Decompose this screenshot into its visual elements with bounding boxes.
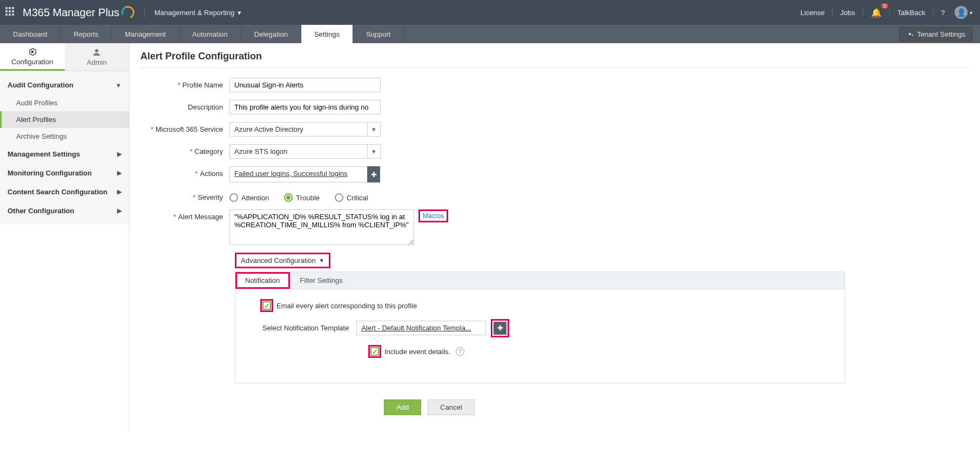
macros-link[interactable]: Macros: [418, 209, 448, 222]
category-value: Azure STS logon: [230, 145, 367, 158]
add-button[interactable]: Add: [384, 399, 421, 415]
add-template-button[interactable]: ✚: [494, 322, 506, 335]
label-category: *Category: [140, 144, 229, 155]
sideitem-audit-profiles[interactable]: Audit Profiles: [0, 94, 129, 111]
radio-icon: [229, 193, 238, 202]
severity-trouble-radio[interactable]: Trouble: [284, 193, 320, 202]
user-menu[interactable]: 👤 ▾: [952, 5, 975, 20]
sidegroup-label: Content Search Configuration: [8, 188, 107, 196]
chevron-right-icon: ▶: [117, 151, 121, 158]
module-name: Management & Reporting: [154, 9, 234, 17]
notifications-button[interactable]: 🔔 3: [869, 6, 884, 19]
chevron-down-icon: ▼: [319, 258, 325, 263]
tab-management[interactable]: Management: [112, 25, 179, 43]
subtab-label: Admin: [87, 58, 107, 66]
row-category: *Category Azure STS logon ▾: [140, 144, 969, 159]
chevron-down-icon[interactable]: ▾: [367, 145, 380, 158]
tab-delegation[interactable]: Delegation: [241, 25, 301, 43]
help-icon[interactable]: ?: [456, 347, 464, 356]
notification-template-select[interactable]: Alert - Default Notification Templa...: [356, 321, 486, 335]
description-input[interactable]: [229, 100, 381, 114]
gear-icon: [906, 30, 914, 38]
sidegroup-label: Monitoring Configuration: [8, 169, 92, 177]
user-icon: [92, 48, 102, 57]
help-button[interactable]: ?: [939, 8, 947, 18]
sidegroup-label: Management Settings: [8, 150, 80, 158]
chevron-down-icon: ▾: [970, 10, 972, 16]
advanced-tabs: Notification Filter Settings: [235, 272, 845, 289]
service-select[interactable]: Azure Active Directory ▾: [229, 122, 381, 137]
tab-settings[interactable]: Settings: [301, 25, 353, 43]
actions-selected[interactable]: Failed user logins, Successful logins: [229, 166, 368, 182]
side-menu: Audit Configuration ▼ Audit Profiles Ale…: [0, 71, 129, 225]
settings-subtabs: Configuration Admin: [0, 43, 129, 71]
chevron-down-icon: ▼: [116, 82, 121, 89]
divider: [144, 6, 145, 18]
divider: [889, 8, 890, 17]
page-title: Alert Profile Configuration: [140, 51, 969, 68]
email-every-checkbox[interactable]: [262, 301, 271, 310]
tab-dashboard[interactable]: Dashboard: [0, 25, 61, 43]
subtab-label: Configuration: [11, 58, 53, 66]
chevron-right-icon: ▶: [117, 170, 121, 177]
sidegroup-management-settings[interactable]: Management Settings ▶: [0, 145, 129, 164]
svg-point-1: [95, 49, 98, 52]
email-every-label: Email every alert corresponding to this …: [276, 302, 417, 310]
topbar: M365 Manager Plus Management & Reporting…: [0, 0, 980, 25]
severity-critical-radio[interactable]: Critical: [335, 193, 368, 202]
row-email-every: Email every alert corresponding to this …: [262, 301, 828, 310]
label-description: Description: [140, 100, 229, 111]
user-icon: 👤: [955, 6, 968, 19]
row-notification-template: Select Notification Template Alert - Def…: [262, 321, 828, 335]
sidegroup-monitoring-configuration[interactable]: Monitoring Configuration ▶: [0, 164, 129, 182]
row-description: Description: [140, 100, 969, 114]
adv-tab-filter-settings[interactable]: Filter Settings: [290, 272, 352, 289]
profile-name-input[interactable]: [229, 78, 381, 92]
row-service: *Microsoft 365 Service Azure Active Dire…: [140, 122, 969, 137]
notification-badge: 3: [881, 3, 888, 9]
subtab-admin[interactable]: Admin: [65, 43, 130, 71]
label-service: *Microsoft 365 Service: [140, 122, 229, 133]
sideitem-alert-profiles[interactable]: Alert Profiles: [0, 111, 129, 128]
label-notification-template: Select Notification Template: [262, 324, 349, 332]
add-actions-button[interactable]: ✚: [367, 166, 380, 182]
tenant-settings-button[interactable]: Tenant Settings: [899, 27, 972, 42]
row-alert-message: *Alert Message Macros: [140, 209, 969, 245]
apps-grid-icon[interactable]: [5, 7, 16, 18]
category-select[interactable]: Azure STS logon ▾: [229, 144, 381, 159]
divider: [863, 8, 863, 17]
label-alert-message: *Alert Message: [140, 209, 229, 221]
divider: [933, 8, 934, 17]
talkback-link[interactable]: TalkBack: [895, 8, 928, 18]
row-actions: *Actions Failed user logins, Successful …: [140, 166, 969, 182]
adv-tab-notification[interactable]: Notification: [235, 272, 290, 289]
cancel-button[interactable]: Cancel: [428, 399, 474, 415]
gear-icon: [28, 47, 37, 57]
left-column: Configuration Admin Audit Configuration …: [0, 43, 130, 431]
tab-automation[interactable]: Automation: [179, 25, 241, 43]
tab-reports[interactable]: Reports: [61, 25, 112, 43]
tab-support[interactable]: Support: [353, 25, 404, 43]
sidegroup-audit-configuration[interactable]: Audit Configuration ▼: [0, 76, 129, 94]
alert-message-textarea[interactable]: [229, 209, 414, 245]
chevron-down-icon: ▾: [238, 9, 241, 17]
content-area: Alert Profile Configuration *Profile Nam…: [130, 43, 980, 431]
severity-attention-radio[interactable]: Attention: [229, 193, 269, 202]
row-include-event: Include event details. ?: [370, 347, 828, 356]
sideitem-archive-settings[interactable]: Archive Settings: [0, 128, 129, 145]
topbar-right: License Jobs 🔔 3 TalkBack ? 👤 ▾: [798, 5, 975, 20]
include-event-label: Include event details.: [384, 348, 450, 356]
advanced-panel: Email every alert corresponding to this …: [235, 289, 845, 383]
subtab-configuration[interactable]: Configuration: [0, 43, 65, 71]
chevron-down-icon[interactable]: ▾: [367, 123, 380, 136]
include-event-checkbox[interactable]: [370, 347, 379, 356]
advanced-configuration-toggle[interactable]: Advanced Configuration ▼: [235, 253, 330, 268]
main-layout: Configuration Admin Audit Configuration …: [0, 43, 980, 431]
sidegroup-other-configuration[interactable]: Other Configuration ▶: [0, 201, 129, 220]
label-profile-name: *Profile Name: [140, 78, 229, 89]
module-switcher[interactable]: Management & Reporting ▾: [154, 9, 241, 17]
sidegroup-content-search-configuration[interactable]: Content Search Configuration ▶: [0, 182, 129, 201]
jobs-link[interactable]: Jobs: [838, 8, 857, 18]
license-link[interactable]: License: [798, 8, 827, 18]
divider: [832, 8, 833, 17]
